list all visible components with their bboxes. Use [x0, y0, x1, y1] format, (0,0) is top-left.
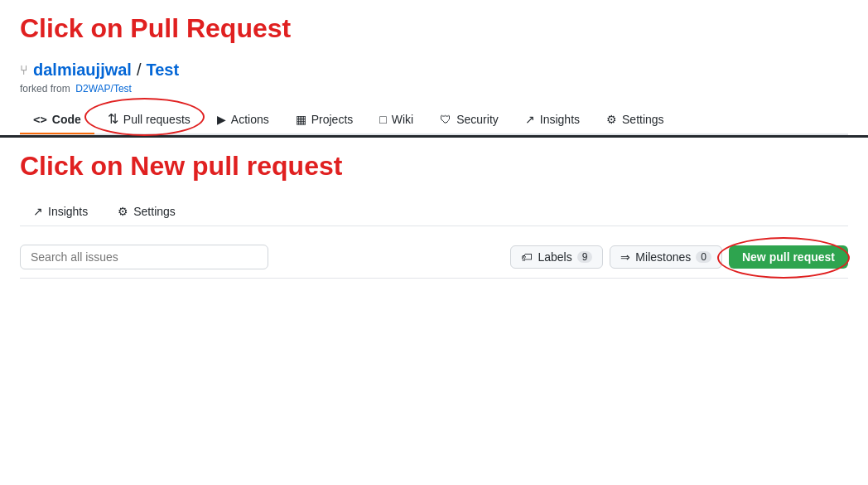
sec-tab-settings-label: Settings [133, 205, 176, 218]
tab-code[interactable]: <> Code [20, 106, 94, 134]
milestones-icon: ⇒ [620, 250, 630, 264]
tab-pull-requests[interactable]: ⇅ Pull requests [94, 104, 204, 135]
forked-label: forked from [20, 83, 70, 95]
labels-button[interactable]: 🏷 Labels 9 [510, 245, 603, 269]
bottom-section: Click on New pull request ↗ Insights ⚙ S… [0, 138, 868, 279]
tab-projects[interactable]: ▦ Projects [282, 106, 367, 134]
tab-wiki-label: Wiki [392, 113, 413, 126]
new-pull-request-button[interactable]: New pull request [729, 245, 848, 269]
labels-label: Labels [538, 250, 571, 264]
tab-security-label: Security [456, 113, 499, 126]
tab-actions-label: Actions [231, 113, 269, 126]
repo-header: ⑂ dalmiaujjwal / Test forked from D2WAP/… [20, 61, 848, 95]
actions-icon: ▶ [217, 113, 226, 126]
labels-icon: 🏷 [521, 250, 533, 264]
tab-wiki[interactable]: □ Wiki [366, 106, 427, 134]
code-icon: <> [33, 113, 47, 126]
labels-count: 9 [577, 251, 593, 263]
top-section: Click on Pull Request ⑂ dalmiaujjwal / T… [0, 0, 868, 135]
milestones-button[interactable]: ⇒ Milestones 0 [610, 245, 722, 269]
sec-tab-insights-label: Insights [48, 205, 88, 218]
tab-insights-label: Insights [540, 113, 580, 126]
new-pr-wrapper: New pull request [729, 245, 848, 269]
secondary-nav: ↗ Insights ⚙ Settings [20, 198, 848, 226]
tab-projects-label: Projects [311, 113, 354, 126]
top-instruction: Click on Pull Request [20, 13, 848, 44]
forked-from-row: forked from D2WAP/Test [20, 83, 848, 95]
projects-icon: ▦ [296, 113, 306, 126]
filter-row: 🏷 Labels 9 ⇒ Milestones 0 New pull reque… [20, 236, 848, 279]
forked-from-link[interactable]: D2WAP/Test [75, 83, 132, 95]
tab-code-label: Code [52, 113, 81, 126]
sec-tab-insights[interactable]: ↗ Insights [20, 198, 101, 226]
sec-settings-icon: ⚙ [118, 205, 128, 218]
repo-owner-link[interactable]: dalmiaujjwal [33, 61, 132, 80]
settings-icon: ⚙ [606, 113, 617, 126]
repo-separator: / [137, 61, 142, 80]
pull-requests-icon: ⇅ [108, 111, 118, 127]
milestones-count: 0 [696, 251, 711, 263]
tab-actions[interactable]: ▶ Actions [204, 106, 282, 134]
sec-insights-icon: ↗ [33, 205, 43, 218]
fork-icon: ⑂ [20, 63, 28, 78]
milestones-label: Milestones [635, 250, 691, 264]
main-nav: <> Code ⇅ Pull requests ▶ Actions ▦ Proj… [20, 104, 848, 135]
search-input[interactable] [20, 245, 268, 269]
tab-settings[interactable]: ⚙ Settings [593, 106, 678, 134]
tab-insights[interactable]: ↗ Insights [512, 106, 593, 134]
insights-icon: ↗ [525, 113, 535, 126]
repo-name-row: ⑂ dalmiaujjwal / Test [20, 61, 848, 80]
sec-tab-settings[interactable]: ⚙ Settings [104, 198, 189, 226]
repo-name-link[interactable]: Test [147, 61, 180, 80]
bottom-instruction: Click on New pull request [20, 151, 848, 182]
tab-pull-requests-label: Pull requests [123, 113, 190, 126]
tab-security[interactable]: 🛡 Security [427, 106, 512, 134]
security-icon: 🛡 [440, 113, 451, 126]
tab-settings-label: Settings [622, 113, 664, 126]
wiki-icon: □ [379, 113, 386, 126]
